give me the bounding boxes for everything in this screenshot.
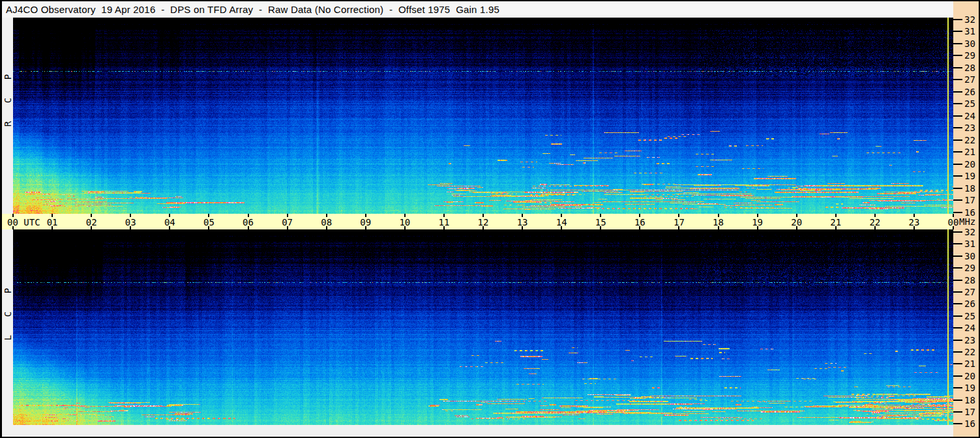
hour-label: 11 [438,217,449,227]
mhz-unit-label: MHz [959,216,975,227]
hour-label: 08 [321,217,332,227]
frequency-tick-label: 23 [964,123,975,133]
frequency-tick-label: 19 [964,383,975,393]
frequency-tick-label: 20 [964,371,975,381]
frequency-tick [953,151,962,153]
hour-label: 19 [752,217,763,227]
frequency-tick-label: 26 [964,87,975,97]
frequency-tick [953,67,962,68]
frequency-tick [953,363,962,364]
frequency-tick-label: 30 [964,251,975,261]
frequency-tick-label: 18 [964,395,975,405]
hour-label: 12 [478,217,489,227]
polarization-letter: C [3,95,13,106]
frequency-tick [953,115,962,117]
frequency-tick [953,164,962,165]
frequency-tick-label: 19 [964,171,975,181]
polarization-letter: R [3,119,13,130]
hour-label: 21 [830,217,841,227]
hour-label: 16 [634,217,646,227]
frequency-tick-label: 26 [964,299,975,309]
frequency-tick-label: 31 [964,26,975,36]
hour-label: 01 [47,217,58,227]
hour-label: 23 [908,217,919,227]
frequency-tick-label: 22 [964,135,975,145]
hour-label: 07 [282,217,293,227]
frequency-tick-label: 24 [964,111,975,121]
frequency-tick [953,127,962,128]
frequency-tick [953,267,962,269]
hour-label: 20 [791,217,802,227]
frequency-tick-label: 23 [964,335,975,345]
hour-label: 05 [203,217,215,227]
hour-label: 09 [360,217,371,227]
frequency-tick [953,212,962,213]
polarization-letter: L [3,332,13,343]
frequency-tick [953,351,962,353]
frequency-tick-label: 18 [964,183,975,194]
frequency-tick [953,188,962,189]
time-axis: 00 UTC0102030405060708091011121314151617… [2,214,953,229]
hour-label: 06 [243,217,254,227]
frequency-tick [953,303,962,304]
hour-label: 13 [517,217,528,227]
frequency-tick-label: 22 [964,347,975,357]
frequency-tick [953,243,962,244]
frequency-tick [953,199,962,201]
frequency-tick-label: 31 [964,239,975,249]
frequency-tick-label: 30 [964,38,975,49]
frequency-tick [953,31,962,32]
polarization-letter: P [3,72,13,83]
rcp-spectrogram [13,18,953,214]
frequency-tick-label: 28 [964,275,975,285]
frequency-tick [953,315,962,317]
frequency-tick [953,256,962,257]
hour-label: 14 [556,217,567,227]
frequency-tick-label: 25 [964,311,975,321]
frequency-tick [953,19,962,20]
frequency-tick-label: 29 [964,50,975,61]
frequency-tick [953,423,962,424]
hour-label: 22 [869,217,880,227]
frequency-tick [953,280,962,281]
hour-label: 17 [674,217,685,227]
frequency-tick [953,79,962,80]
frequency-tick [953,43,962,44]
frequency-tick-label: 17 [964,407,975,417]
hour-label: 02 [86,217,97,227]
frequency-tick [953,291,962,293]
frequency-tick-label: 21 [964,358,975,369]
frequency-tick [953,175,962,177]
hour-label: 15 [595,217,606,227]
frequency-tick-label: 21 [964,147,975,157]
frequency-tick-label: 32 [964,227,975,237]
frequency-tick-label: 24 [964,323,975,333]
lcp-spectrogram [13,229,953,425]
frequency-tick-label: 32 [964,14,975,25]
hour-label: 04 [164,217,175,227]
frequency-tick [953,400,962,401]
hour-label: 00 [948,217,959,227]
frequency-tick-label: 16 [964,418,975,429]
frequency-tick [953,411,962,413]
frequency-tick-label: 16 [964,207,975,218]
page-title: AJ4CO Observatory 19 Apr 2016 - DPS on T… [2,4,499,15]
hour-label: 03 [125,217,136,227]
hour-label: 10 [399,217,410,227]
frequency-tick [953,387,962,388]
hour-label: 00 UTC [7,217,40,227]
frequency-tick [953,327,962,328]
frequency-tick-label: 20 [964,159,975,169]
hour-label: 18 [713,217,724,227]
frequency-tick [953,103,962,104]
polarization-letter: C [3,309,13,320]
frequency-tick-label: 27 [964,287,975,297]
frequency-tick-label: 25 [964,98,975,109]
frequency-tick [953,340,962,341]
polarization-letter: P [3,285,13,297]
frequency-tick-label: 29 [964,263,975,273]
frequency-tick [953,91,962,93]
frequency-tick-label: 28 [964,63,975,73]
frequency-tick [953,375,962,377]
page-background: AJ4CO Observatory 19 Apr 2016 - DPS on T… [2,1,979,437]
